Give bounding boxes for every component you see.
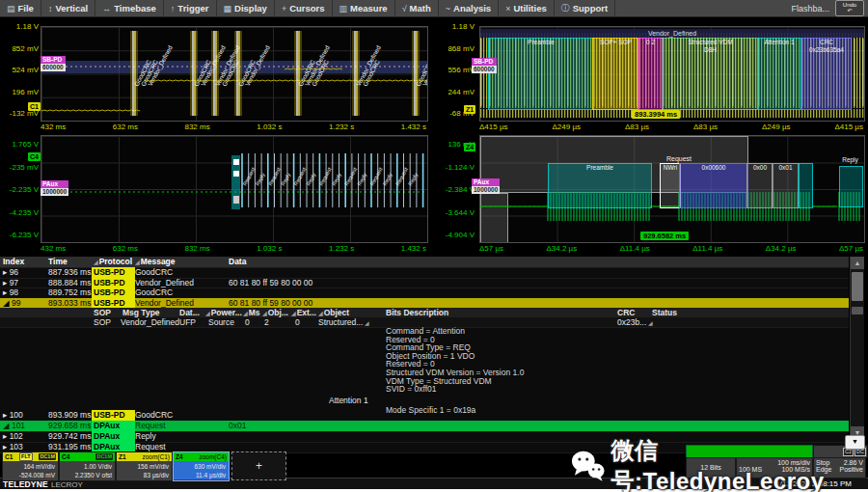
x-tick: 1.032 s: [257, 244, 282, 253]
table-row[interactable]: ▸ 102929.742 msDPAuxReply: [0, 431, 849, 443]
sort-icon[interactable]: ◢: [135, 260, 140, 265]
menu-vertical[interactable]: ↕Vertical: [41, 0, 95, 16]
z4-zoom-grid[interactable]: Request PreambleNWri0x006000x000x01 Repl…: [479, 135, 865, 243]
expand-icon[interactable]: ◢: [363, 320, 368, 326]
sort-icon[interactable]: ◢: [262, 311, 267, 316]
z1-zoom-grid[interactable]: Vendor_Defined PreambleSOP+ SOP0 2Struct…: [479, 26, 865, 122]
detail-column-header: Bits Description: [386, 308, 448, 317]
detail-value: 0x23b...: [617, 317, 646, 327]
z1-descriptor[interactable]: Z1 zoom(C1) 156 mV/div 83 µs/div: [116, 451, 173, 481]
adc-bits-box[interactable]: 12 Bits: [686, 457, 736, 478]
decode-segment: Preamble: [548, 163, 652, 208]
menu-trigger[interactable]: ↑Trigger: [164, 0, 217, 16]
table-scrollbar[interactable]: ▲ ▼: [850, 257, 864, 439]
menu-label: Analysis: [453, 3, 491, 14]
menu-file[interactable]: ▤File: [0, 0, 41, 16]
scroll-up-icon[interactable]: ▲: [851, 257, 864, 269]
menu-label: Cursors: [289, 3, 324, 14]
detail-column-header: Msg Type: [122, 308, 160, 317]
row-message: Reply: [135, 431, 156, 441]
detail-value: 2: [264, 317, 269, 327]
sort-icon[interactable]: ◢: [205, 311, 210, 316]
menu-display[interactable]: ▦Display: [217, 0, 275, 16]
row-time: 893.909 ms: [48, 410, 91, 420]
menu-utilities[interactable]: ×Utilities: [499, 0, 555, 16]
z1-trace-badge[interactable]: Z1: [464, 105, 475, 114]
undo-button[interactable]: Undo ↶: [835, 0, 864, 16]
c1-descriptor[interactable]: C1 FLT DC1M 164 mV/div -524.008 mV: [2, 451, 59, 481]
row-message: Vendor_Defined: [135, 298, 194, 308]
decode-segment: Structured VDMD8H: [662, 38, 759, 110]
c1-decoder-badge[interactable]: SB-PD 600000: [41, 56, 66, 71]
sort-icon[interactable]: ◢: [94, 260, 98, 265]
row-data: 60 81 80 ff 59 80 00 00: [229, 278, 312, 287]
decoder-name: SB-PD: [472, 58, 497, 66]
segment-label: 0x00: [747, 164, 773, 172]
add-trace-button[interactable]: +: [231, 451, 286, 480]
y-tick: -4.235 V: [0, 209, 39, 217]
menu-support[interactable]: ⓘSupport: [555, 0, 615, 16]
scrollbar-thumb2[interactable]: [852, 307, 863, 314]
menu-analysis[interactable]: ~Analysis: [439, 0, 499, 16]
decoder-bitrate: 1000000: [472, 186, 500, 194]
c4-waveform-grid[interactable]: RequestReplyRequestReplyRequestReplyRequ…: [41, 135, 428, 243]
protocol-decode-table: IndexTime◢Protocol◢MessageData▸ 96887.93…: [0, 257, 849, 452]
menu-measure[interactable]: ▥Measure: [333, 0, 395, 16]
y-tick: 852 mV: [0, 45, 39, 53]
y-tick: -235 mV: [0, 164, 39, 172]
timebase-header[interactable]: [686, 445, 813, 458]
c4-descriptor[interactable]: C4 DC1M 1.00 V/div 2.2350 V ofst: [59, 451, 116, 481]
timebase-scale: 100 ms/div: [737, 458, 812, 466]
expand-icon[interactable]: ◢: [646, 320, 652, 326]
timebase-icon: ↔: [102, 4, 111, 14]
x-tick: 1.232 s: [329, 244, 354, 253]
segment-label: NWri: [661, 164, 680, 172]
x-tick: Δ249 µs: [762, 123, 791, 131]
x-tick: Δ11.4 µs: [620, 244, 650, 253]
trigger-box[interactable]: Stop 2.86 V Edge Positive: [813, 457, 866, 478]
segment-label: Structured VDM: [663, 39, 758, 46]
bits-text: SVID = 0xff01: [386, 384, 437, 394]
c4-x-axis: 432 ms632 ms832 ms1.032 s1.232 s1.432 s: [41, 244, 426, 253]
table-row[interactable]: ◢ 101929.658 msDPAuxRequest0x01: [0, 421, 849, 432]
c1-channel-badge[interactable]: C1: [28, 102, 41, 111]
row-index: ▸ 102: [3, 431, 23, 441]
protocol-cell: USB-PD: [92, 410, 135, 421]
trigger-type: Edge: [816, 466, 831, 473]
c4-channel-badge[interactable]: C4: [28, 152, 41, 161]
menu-math[interactable]: √Math: [395, 0, 439, 16]
object2-line: Attention 1: [0, 396, 849, 405]
c4-decoder-badge[interactable]: PAux 1000000: [41, 180, 68, 196]
y-tick: -2.235 V: [0, 186, 39, 194]
decoder-name: PAux: [41, 180, 68, 188]
collapse-panel-button[interactable]: ▼: [845, 435, 865, 450]
table-row[interactable]: ▸ 100893.909 msUSB-PDGoodCRC: [0, 410, 849, 422]
c1-waveform-grid[interactable]: GoodCRCGoodCRCVendor_DefinedGoodCRCVendo…: [41, 26, 428, 122]
timebase-box[interactable]: 100 ms/div 100 MS 100 MS/s: [736, 457, 813, 478]
segment-label: 0x01: [773, 164, 799, 172]
y-tick: -132 mV: [0, 110, 39, 118]
decoder-name: PAux: [472, 178, 500, 186]
z1-decoder-badge[interactable]: SB-PD 600000: [472, 58, 497, 73]
menu-timebase[interactable]: ↔Timebase: [95, 0, 164, 16]
sort-icon[interactable]: ◢: [318, 311, 323, 316]
sort-icon[interactable]: ◢: [291, 311, 296, 316]
math-icon: √: [402, 4, 407, 14]
scrollbar-thumb[interactable]: [852, 272, 863, 301]
menu-cursors[interactable]: +Cursors: [275, 0, 333, 16]
row-index: ▸ 100: [3, 410, 23, 420]
sort-icon[interactable]: ◢: [243, 311, 248, 316]
zoom-source: zoom(C4): [199, 453, 227, 460]
z4-decoder-badge[interactable]: PAux 1000000: [472, 178, 500, 194]
segment-label: Preamble: [489, 39, 593, 46]
x-tick: Δ83 µs: [693, 123, 718, 131]
protocol-cell: USB-PD: [92, 278, 135, 288]
burst-annotation: Reply: [280, 172, 291, 186]
flashback-label[interactable]: Flashba...: [791, 4, 829, 14]
z4-descriptor[interactable]: Z4 zoom(C4) 630 mV/div 11.4 µs/div: [173, 451, 230, 481]
column-header: Time: [48, 257, 68, 266]
z4-trace-badge[interactable]: Z4: [464, 143, 475, 151]
adc-bits-label: 12 Bits: [700, 464, 720, 471]
decode-segment: 0x01: [772, 163, 800, 208]
segment-label: Attention 1: [758, 39, 800, 46]
